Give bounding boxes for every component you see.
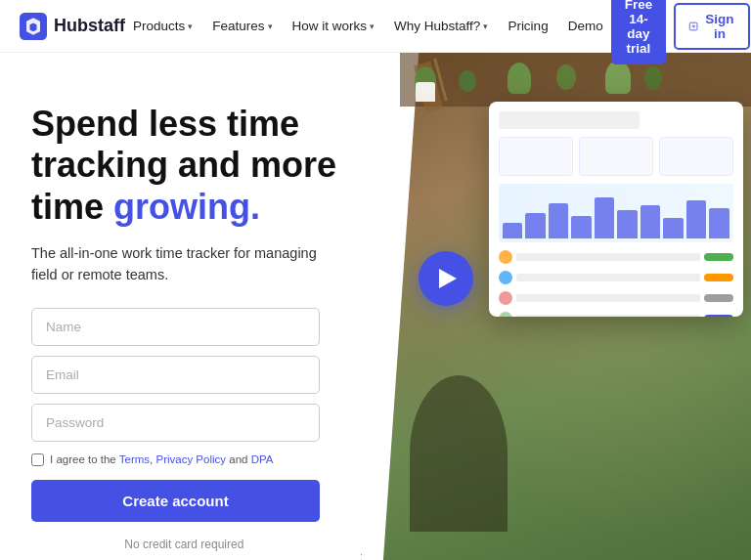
hero-headline: Spend less time tracking and more time g… (31, 104, 337, 228)
mock-avatar (499, 312, 512, 317)
chevron-down-icon: ▾ (268, 22, 273, 31)
mock-list-row (499, 250, 733, 264)
mock-stat-2 (579, 137, 653, 176)
play-icon (439, 269, 457, 288)
nav-how-it-works[interactable]: How it works ▾ (285, 13, 383, 39)
hero-left: Spend less time tracking and more time g… (0, 53, 361, 560)
nav-products[interactable]: Products ▾ (125, 13, 200, 39)
hero-subtext: The all-in-one work time tracker for man… (31, 243, 320, 286)
signin-icon (688, 20, 698, 33)
terms-row: I agree to the Terms, Privacy Policy and… (31, 453, 337, 466)
nav-features[interactable]: Features ▾ (204, 13, 280, 39)
dpa-link[interactable]: DPA (251, 453, 274, 465)
play-button[interactable] (419, 251, 473, 306)
hero-right: Trusted by 40,000+ businesses. GROUPON K… (361, 53, 751, 560)
navbar: Hubstaff Products ▾ Features ▾ How it wo… (0, 0, 751, 53)
mock-bar (503, 223, 523, 238)
chevron-down-icon: ▾ (370, 22, 375, 31)
trial-button[interactable]: Free 14-day trial (611, 0, 667, 65)
mock-bar (571, 216, 592, 238)
nav-pricing[interactable]: Pricing (500, 13, 555, 39)
mock-bar (549, 203, 569, 238)
mock-bar (595, 197, 615, 238)
terms-link[interactable]: Terms (119, 453, 150, 465)
mock-list (499, 250, 733, 317)
mock-header (499, 111, 640, 129)
mock-status-inactive (704, 294, 733, 302)
mock-stat-3 (659, 137, 733, 176)
mock-list-row (499, 291, 733, 305)
mock-bar (686, 200, 707, 238)
terms-label: I agree to the Terms, Privacy Policy and… (50, 453, 273, 465)
mock-bars (503, 188, 729, 238)
mock-chart (499, 184, 733, 242)
terms-checkbox[interactable] (31, 453, 44, 466)
nav-actions: Free 14-day trial Sign in (611, 0, 751, 65)
privacy-link[interactable]: Privacy Policy (155, 453, 226, 465)
nav-links: Products ▾ Features ▾ How it works ▾ Why… (125, 13, 611, 39)
mock-avatar (499, 291, 512, 305)
mock-bar (709, 208, 729, 238)
chevron-down-icon: ▾ (483, 22, 488, 31)
mock-bar (617, 210, 638, 238)
dashboard-mockup (489, 102, 743, 317)
instacart-logo: 🥕 instacart (361, 547, 363, 560)
mock-bar (663, 218, 684, 238)
mock-status-active2 (704, 315, 733, 317)
no-credit-card-text: No credit card required (31, 538, 337, 551)
email-input[interactable] (31, 356, 320, 394)
mock-avatar (499, 271, 512, 284)
nav-demo[interactable]: Demo (560, 13, 611, 39)
logo-text: Hubstaff (54, 16, 125, 36)
logo[interactable]: Hubstaff (20, 13, 125, 40)
mock-list-row (499, 312, 733, 317)
mock-stats (499, 137, 733, 176)
mock-avatar (499, 250, 512, 264)
password-input[interactable] (31, 404, 320, 442)
create-account-button[interactable]: Create account (31, 480, 320, 522)
signin-button[interactable]: Sign in (674, 3, 750, 50)
mock-bar (525, 213, 546, 238)
signup-form: I agree to the Terms, Privacy Policy and… (31, 308, 337, 522)
nav-why-hubstaff[interactable]: Why Hubstaff? ▾ (386, 13, 496, 39)
mock-list-row (499, 271, 733, 284)
mock-status-pending (704, 274, 733, 281)
mock-bar (641, 205, 661, 238)
mock-stat-1 (499, 137, 573, 176)
name-input[interactable] (31, 308, 320, 346)
chevron-down-icon: ▾ (188, 22, 193, 31)
hubstaff-logo-icon (20, 13, 47, 40)
hero-section: Spend less time tracking and more time g… (0, 53, 751, 560)
mock-status-active (704, 253, 733, 261)
